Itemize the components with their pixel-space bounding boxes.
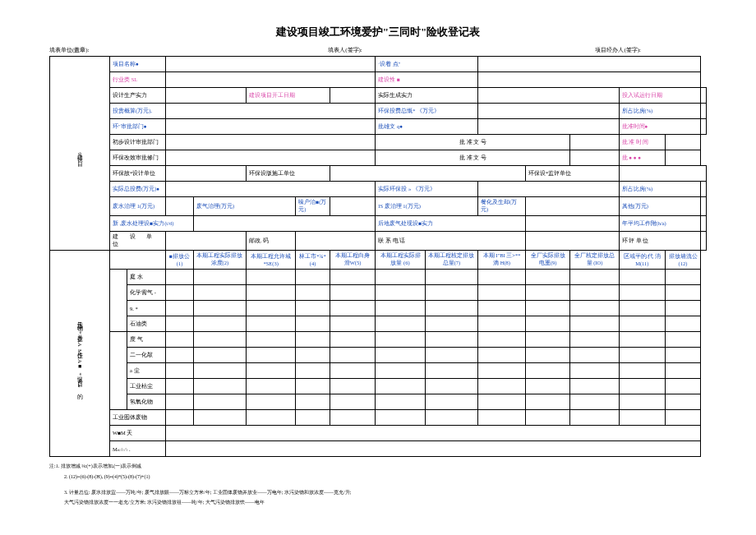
col-spacer xyxy=(110,251,166,270)
val[interactable] xyxy=(478,119,619,135)
val[interactable] xyxy=(526,197,620,216)
val[interactable] xyxy=(700,182,706,197)
row-lbl: 庭 水 xyxy=(127,270,166,285)
col-h: 本期工程实际排放量 (6) xyxy=(376,251,426,270)
val[interactable] xyxy=(166,197,193,216)
val[interactable] xyxy=(700,104,706,119)
lbl: 项目名称● xyxy=(110,57,166,72)
val[interactable] xyxy=(666,150,701,166)
lbl: 设计生产实力 xyxy=(110,88,166,104)
lbl: 批 准 文 号 xyxy=(376,135,570,150)
col-h: 本期工程允许城*SE(3) xyxy=(247,251,296,270)
note-4: 大气污染物排放浓度一一老充/立方米; 水污染物排放祖——吨/年; 大气污染物排放… xyxy=(49,498,707,507)
lbl: 所占比房(%) xyxy=(619,104,700,119)
col-h: 本期工程实际排放浓度(2) xyxy=(193,251,246,270)
col-h: 全厂实际排放电重(9) xyxy=(526,251,570,270)
lbl: 所占比房(%) xyxy=(619,182,700,197)
col-h: 本期 I"BI 三>**滴 H(8) xyxy=(478,251,526,270)
row-lbl: 二一化敲 xyxy=(127,348,166,363)
grp-water xyxy=(110,270,127,332)
note-2: 2. (12)=(6)-(8)-(H), (9)=(4)*(5)-(8)-(7)… xyxy=(49,473,707,482)
val[interactable] xyxy=(526,216,620,232)
val[interactable] xyxy=(619,166,706,182)
lbl: ·设着 点" xyxy=(376,57,478,72)
lbl: 其他(万元) xyxy=(619,197,700,216)
val[interactable] xyxy=(700,197,706,216)
lbl: 批雄文 q● xyxy=(376,119,478,135)
note-3: 3. 计量总位: 废水排放宜——万吨/年; 废气排放眼——万标立方米/年; 工业… xyxy=(49,488,707,497)
lbl: 环保投费总慨* 《万元》 xyxy=(376,104,478,119)
val[interactable] xyxy=(166,57,376,72)
col-h: 区域平的.代 消 M(11) xyxy=(619,251,666,270)
lbl: 行业类 SL xyxy=(110,72,166,88)
side-c: 污 染 物 H? 并 达* 4AA 挂 M(1A■ 愠 * 目 W.» 的 xyxy=(50,251,110,457)
val[interactable] xyxy=(296,232,376,251)
val[interactable] xyxy=(166,182,376,197)
lbl: 环保故*设计单位 xyxy=(110,166,166,182)
row-lbl: 化学需气 - xyxy=(127,285,166,301)
row-lbl: 氢氧化物 xyxy=(127,394,166,410)
main-table: 建 设 9 目 项目名称● ·设着 点" 行业类 SL 建设性 ■ 设计生产实力… xyxy=(49,56,707,457)
val[interactable] xyxy=(570,135,619,150)
lbl: 实际环保投 » 《万元》 xyxy=(376,182,478,197)
val[interactable] xyxy=(478,57,701,72)
lbl: 批 准 时 间 xyxy=(619,135,666,150)
val[interactable] xyxy=(478,182,619,197)
col-h: 本期工程核定排放总量(7) xyxy=(425,251,477,270)
lbl: 建设项目开工日期 xyxy=(247,88,330,104)
val[interactable] xyxy=(166,88,247,104)
row-lbl: W■M 天 xyxy=(110,426,166,441)
val[interactable] xyxy=(666,135,701,150)
val[interactable] xyxy=(166,72,376,88)
val[interactable] xyxy=(166,119,376,135)
lbl: 批 准 文 号 xyxy=(376,150,570,166)
val[interactable] xyxy=(166,135,376,150)
lbl: 环保改效审批修门 xyxy=(110,150,166,166)
lbl: IS 废治理 1(万元) xyxy=(376,197,478,216)
lbl: 建 设 单 位 xyxy=(110,232,166,251)
side-a: 建 设 9 目 xyxy=(50,57,110,251)
grp-air xyxy=(110,332,127,410)
val[interactable] xyxy=(478,104,619,119)
lbl: 噪户治■(万元) xyxy=(296,197,330,216)
lbl: 实际生成实力 xyxy=(376,88,478,104)
lbl: 投贵概算(万元), xyxy=(110,104,166,119)
hdr-unit: 填表单位(盖章): xyxy=(49,46,247,54)
val[interactable] xyxy=(193,216,376,232)
lbl: 环保设*监评单位 xyxy=(526,166,620,182)
val[interactable] xyxy=(330,88,376,104)
row-lbl: 工业囮体废物 xyxy=(110,410,166,426)
lbl: 废水治理 1(万元) xyxy=(110,197,166,216)
val[interactable] xyxy=(570,150,619,166)
val[interactable] xyxy=(526,232,620,251)
note-1: 注:1. 排放增减 ⅛:(+)表示增加,(一)表示倒减 xyxy=(49,462,707,471)
row-lbl: 9. * xyxy=(127,301,166,316)
val[interactable] xyxy=(330,197,376,216)
lbl: 建设性 ■ xyxy=(376,72,478,88)
hdr-mgr: 项目经办人(签字): xyxy=(444,46,707,54)
val[interactable] xyxy=(166,150,376,166)
footnotes: 注:1. 排放增减 ⅛:(+)表示增加,(一)表示倒减 2. (12)=(6)-… xyxy=(49,462,707,507)
val[interactable] xyxy=(700,88,706,104)
col-h: 全厂核定排放总量 (IO) xyxy=(570,251,619,270)
val[interactable] xyxy=(478,72,701,88)
val[interactable] xyxy=(700,216,706,232)
lbl: 批 ● ● ● xyxy=(619,150,666,166)
form-header: 填表单位(盖章): 填表人(签字): 项目经办人(签字): xyxy=(49,46,707,54)
lbl: 废气治理(万元) xyxy=(193,197,296,216)
val[interactable] xyxy=(330,166,525,182)
hdr-fill: 填表人(签字): xyxy=(247,46,444,54)
page-title: 建设项目竣工环境爱护"三同时"险收登记表 xyxy=(49,25,707,39)
row-lbl: 石油类 xyxy=(127,316,166,332)
val[interactable] xyxy=(166,232,247,251)
row-lbl: M«∩∩ . xyxy=(110,441,166,457)
val[interactable] xyxy=(700,232,706,251)
val[interactable] xyxy=(478,88,619,104)
val[interactable] xyxy=(166,104,376,119)
lbl: 邮政. 码 xyxy=(247,232,296,251)
lbl: 联 系 电 话 xyxy=(376,232,526,251)
lbl: 后地废气处现设■实力 xyxy=(376,216,526,232)
val[interactable] xyxy=(166,166,247,182)
val[interactable] xyxy=(700,119,706,135)
row-lbl: 工业枯尘 xyxy=(127,379,166,394)
